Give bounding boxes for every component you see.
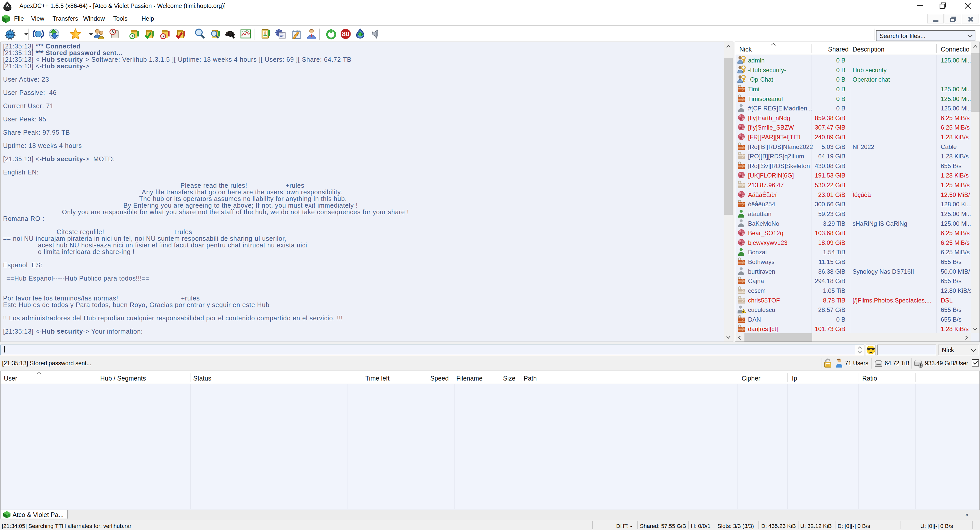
svg-text:80: 80: [342, 30, 350, 38]
